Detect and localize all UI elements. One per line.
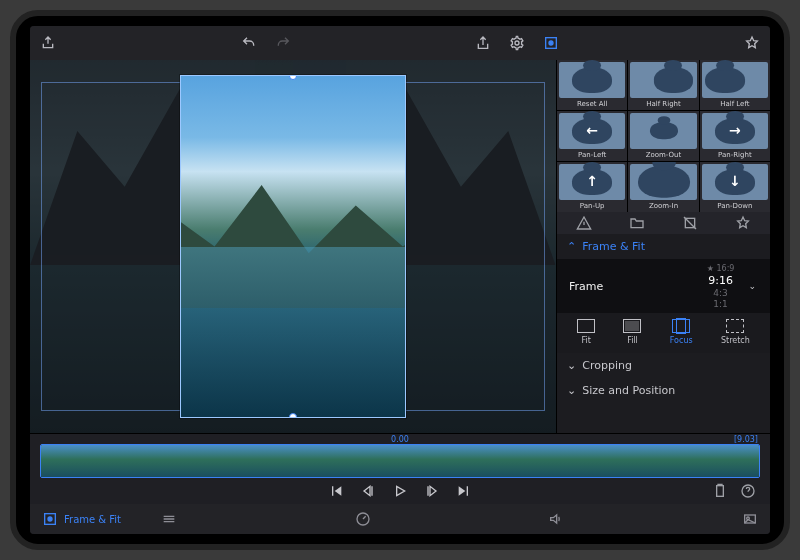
timeline-clip[interactable] <box>40 444 760 478</box>
speed-icon[interactable] <box>355 511 371 527</box>
chevron-up-icon: ⌃ <box>567 240 576 253</box>
section-title: Frame & Fit <box>582 240 645 253</box>
crop-handle-bottom[interactable] <box>289 413 297 418</box>
share-icon[interactable] <box>475 35 491 51</box>
section-frame-fit[interactable]: ⌃ Frame & Fit <box>557 234 770 259</box>
frame-label: Frame <box>569 280 707 293</box>
preview-canvas[interactable] <box>30 60 556 433</box>
preset-pan-left[interactable]: ←Pan-Left <box>557 111 627 161</box>
layers-icon[interactable] <box>161 511 177 527</box>
fit-mode-row: Fit Fill Focus Stretch <box>557 313 770 353</box>
export-icon[interactable] <box>40 35 56 51</box>
crop-frame[interactable] <box>180 75 406 418</box>
chevron-down-icon: ⌄ <box>567 384 576 397</box>
frame-fit-tool-icon[interactable] <box>543 35 559 51</box>
section-size-position[interactable]: ⌄ Size and Position <box>557 378 770 403</box>
preset-reset-all[interactable]: Reset All <box>557 60 627 110</box>
chevron-down-icon: ⌄ <box>567 359 576 372</box>
transport-controls <box>30 478 770 504</box>
goto-end-icon[interactable] <box>456 483 472 499</box>
fit-mode-fit[interactable]: Fit <box>577 319 595 345</box>
folder-icon[interactable] <box>629 215 645 231</box>
chevron-down-icon: ⌄ <box>748 281 756 291</box>
preset-grid: Reset All Half Right Half Left ←Pan-Left… <box>557 60 770 212</box>
preset-zoom-in[interactable]: Zoom-In <box>628 162 698 212</box>
playhead-time: 0.00 <box>391 435 409 444</box>
svg-point-2 <box>549 41 553 45</box>
tool-frame-fit[interactable]: Frame & Fit <box>42 511 121 527</box>
fit-mode-fill[interactable]: Fill <box>623 319 641 345</box>
fit-mode-stretch[interactable]: Stretch <box>721 319 750 345</box>
svg-rect-4 <box>717 486 724 497</box>
step-back-icon[interactable] <box>360 483 376 499</box>
preset-pan-up[interactable]: ↑Pan-Up <box>557 162 627 212</box>
preset-pan-down[interactable]: ↓Pan-Down <box>700 162 770 212</box>
star-icon[interactable] <box>744 35 760 51</box>
play-icon[interactable] <box>392 483 408 499</box>
undo-icon[interactable] <box>241 35 257 51</box>
fit-mode-focus[interactable]: Focus <box>670 319 693 345</box>
audio-icon[interactable] <box>548 511 564 527</box>
help-icon[interactable] <box>740 483 756 499</box>
warning-icon[interactable] <box>576 215 592 231</box>
preset-half-right[interactable]: Half Right <box>628 60 698 110</box>
section-cropping[interactable]: ⌄ Cropping <box>557 353 770 378</box>
inspector-panel: Reset All Half Right Half Left ←Pan-Left… <box>556 60 770 433</box>
aspect-ratio-picker[interactable]: ★ 16:9 9:16 4:3 1:1 <box>707 264 735 309</box>
settings-icon[interactable] <box>509 35 525 51</box>
svg-point-0 <box>515 41 519 45</box>
preset-pan-right[interactable]: →Pan-Right <box>700 111 770 161</box>
svg-point-7 <box>48 517 52 521</box>
media-icon[interactable] <box>742 511 758 527</box>
timeline-zone: 0.00 [9.03] <box>30 433 770 504</box>
bottom-bar: Frame & Fit <box>30 504 770 534</box>
clipboard-icon[interactable] <box>712 483 728 499</box>
preset-half-left[interactable]: Half Left <box>700 60 770 110</box>
crop-alt-icon[interactable] <box>682 215 698 231</box>
goto-start-icon[interactable] <box>328 483 344 499</box>
preset-zoom-out[interactable]: Zoom-Out <box>628 111 698 161</box>
preset-category-row <box>557 212 770 234</box>
favorite-icon[interactable] <box>735 215 751 231</box>
top-toolbar <box>30 26 770 60</box>
crop-handle-top[interactable] <box>289 75 297 80</box>
redo-icon[interactable] <box>275 35 291 51</box>
clip-end-time: [9.03] <box>734 435 758 444</box>
step-forward-icon[interactable] <box>424 483 440 499</box>
frame-fit-icon <box>42 511 58 527</box>
frame-ratio-row[interactable]: Frame ★ 16:9 9:16 4:3 1:1 ⌄ <box>557 259 770 313</box>
